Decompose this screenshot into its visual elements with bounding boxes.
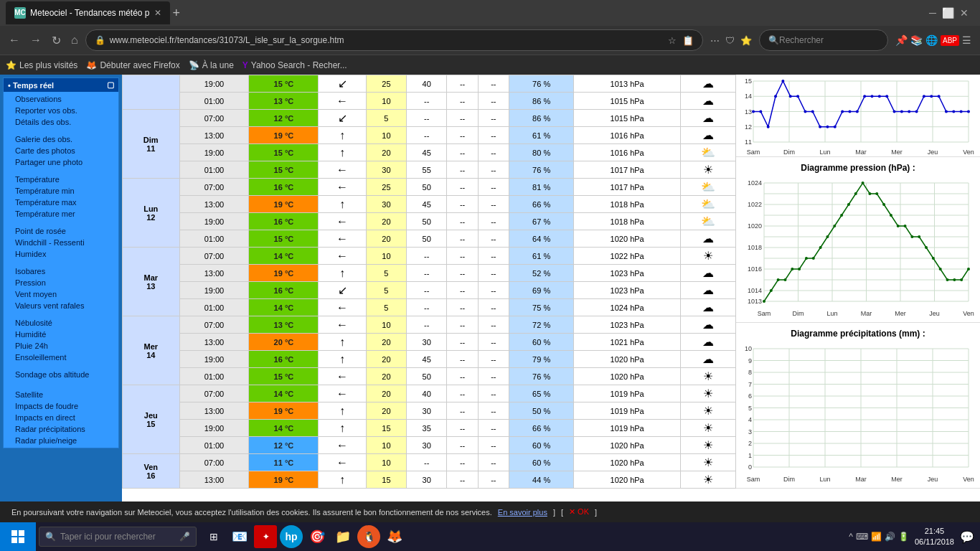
tab-favicon: MC [14,7,26,19]
col2-cell: -- [478,385,509,402]
reader-view-icon[interactable]: 📋 [682,35,694,46]
sidebar-item-pluie24h[interactable]: Pluie 24h [4,340,118,352]
sidebar-item-rafales[interactable]: Valeurs vent rafales [4,300,118,311]
tray-arrow-icon[interactable]: ^ [849,532,853,542]
network-icon[interactable]: 📶 [871,532,882,542]
sidebar-toggle-icon[interactable]: ⋯ [710,35,720,46]
sidebar-item-isobares[interactable]: Isobares [4,265,118,277]
taskbar-files[interactable]: 📁 [331,525,354,548]
clock[interactable]: 21:45 06/11/2018 [915,526,954,548]
wind-arrow-cell: ↑ [319,420,366,437]
shield-icon[interactable]: 🛡 [725,35,735,46]
library-icon[interactable]: 📚 [910,34,923,46]
weather-icon-cell: ☀ [681,454,736,471]
refresh-button[interactable]: ↻ [49,31,64,50]
taskbar-ubuntu[interactable]: 🐧 [357,525,380,548]
adblock-icon[interactable]: ABP [941,35,959,46]
bookmark-alaune[interactable]: 📡 À la une [189,60,234,70]
wind-arrow-cell: ↑ [319,334,366,351]
sidebar-item-satellite[interactable]: Satellite [4,389,118,400]
notification-icon[interactable]: 💬 [960,530,974,544]
search-icon: 🔍 [768,35,779,45]
back-button[interactable]: ← [6,31,23,50]
taskbar-app4[interactable]: 🎯 [306,525,329,548]
wind-arrow-cell: ← [319,299,366,316]
wind-arrow-cell: ← [319,437,366,454]
sidebar-item-humidex[interactable]: Humidex [4,248,118,260]
bookmark-firefox[interactable]: 🦊 Débuter avec Firefox [86,60,179,70]
sidebar-item-vent-moyen[interactable]: Vent moyen [4,288,118,300]
sidebar-item-ensoleillement[interactable]: Ensoleillement [4,352,118,363]
sidebar-item-details[interactable]: Détails des obs. [4,116,118,128]
wind-speed-cell: 10 [366,316,406,334]
table-row: 19:0016 °C←2050----67 %1018 hPa⛅ [123,213,736,230]
sidebar-item-temperature-mer[interactable]: Température mer [4,208,118,220]
pressure-cell: 1024 hPa [574,299,681,316]
col2-cell: -- [478,230,509,248]
time-cell: 01:00 [179,368,249,385]
restore-button[interactable]: ⬜ [942,7,954,19]
sidebar-item-temperature-min[interactable]: Température min [4,185,118,197]
time-cell: 01:00 [179,161,249,179]
taskbar-task-view[interactable]: ⊞ [202,525,225,548]
humidity-cell: 72 % [509,316,573,334]
cookie-learn-more-link[interactable]: En savoir plus [498,508,547,517]
sidebar-item-radar-pluie[interactable]: Radar pluie/neige [4,435,118,446]
sidebar-header[interactable]: • Temps réel ▢ [4,78,118,92]
pressure-cell: 1019 hPa [574,402,681,420]
sidebar-item-pression[interactable]: Pression [4,277,118,288]
taskbar-app3[interactable]: ✦ [254,525,277,548]
sidebar-item-galerie[interactable]: Galerie des obs. [4,133,118,145]
sidebar-item-temperature[interactable]: Température [4,174,118,185]
taskbar-firefox[interactable]: 🦊 [383,525,406,548]
temp-cell: 14 °C [249,385,319,402]
extensions-icon[interactable]: 📌 [895,34,908,46]
humidity-cell: 44 % [509,471,573,489]
sidebar-item-nebulosite[interactable]: Nébulosité [4,317,118,329]
sidebar-item-reporter[interactable]: Reporter vos obs. [4,105,118,116]
bookmark-visites[interactable]: ⭐ Les plus visités [6,60,77,70]
col2-cell: -- [478,179,509,196]
sidebar-item-temperature-max[interactable]: Température max [4,197,118,208]
sidebar-item-humidite[interactable]: Humidité [4,329,118,340]
sidebar-item-windchill[interactable]: Windchill - Ressenti [4,237,118,248]
minimize-button[interactable]: ─ [929,7,936,19]
globe-icon[interactable]: 🌐 [925,34,938,46]
sidebar-item-foudre-direct[interactable]: Impacts en direct [4,412,118,423]
date-text: 06/11/2018 [915,537,954,547]
sidebar-item-rosee[interactable]: Point de rosée [4,225,118,237]
cookie-text: En poursuivant votre navigation sur Mete… [11,508,492,517]
taskbar-search[interactable]: 🔍 Taper ici pour rechercher 🎤 [39,527,197,547]
search-bar[interactable]: 🔍 Rechercher [759,29,888,51]
volume-icon[interactable]: 🔊 [885,532,895,542]
start-button[interactable] [0,522,36,551]
tab-close-button[interactable]: ✕ [154,8,161,18]
sidebar-item-radar-precip[interactable]: Radar précipitations [4,423,118,435]
taskbar-hp[interactable]: hp [280,525,303,548]
taskbar-outlook[interactable]: 📧 [228,525,251,548]
star-icon[interactable]: ⭐ [740,35,752,46]
sidebar-item-partager[interactable]: Partager une photo [4,156,118,168]
active-tab[interactable]: MC Meteociel - Tendances météo p ✕ [6,1,170,24]
sidebar-item-observations[interactable]: Observations [4,93,118,105]
new-tab-button[interactable]: + [173,6,181,21]
wind-gust-cell: -- [407,454,447,471]
wind-gust-cell: 50 [407,368,447,385]
bookmark-yahoo[interactable]: Y Yahoo Search - Recher... [242,60,347,70]
pressure-cell: 1023 hPa [574,316,681,334]
close-window-button[interactable]: ✕ [960,7,969,19]
humidity-cell: 67 % [509,213,573,230]
sidebar-collapse-icon[interactable]: ▢ [107,80,114,90]
bookmark-star-icon[interactable]: ☆ [668,35,677,46]
sidebar-item-foudre[interactable]: Impacts de foudre [4,400,118,412]
more-tools-icon[interactable]: ☰ [962,34,971,46]
wind-speed-cell: 20 [366,144,406,161]
forward-button[interactable]: → [27,31,44,50]
sidebar-item-sondage[interactable]: Sondage obs altitude [4,369,118,380]
cookie-ok-button[interactable]: ✕ OK [569,507,589,517]
url-bar[interactable]: 🔒 www.meteociel.fr/tendances/31073/L_isl… [85,29,703,51]
sidebar-item-carte-photos[interactable]: Carte des photos [4,145,118,156]
col1-cell: -- [447,351,478,368]
col1-cell: -- [447,454,478,471]
home-button[interactable]: ⌂ [68,31,81,50]
